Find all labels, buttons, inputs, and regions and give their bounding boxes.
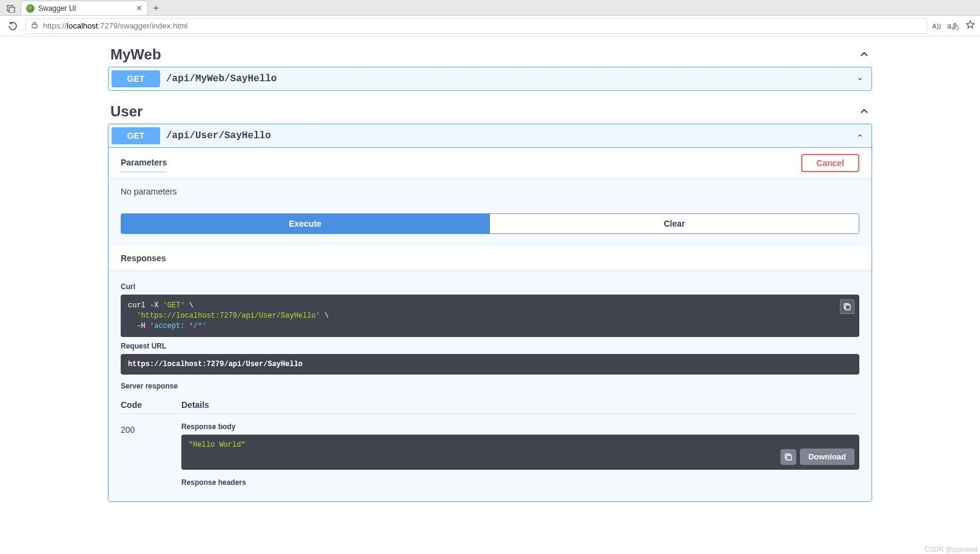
request-url-label: Request URL	[121, 342, 859, 350]
chevron-up-icon	[859, 106, 870, 117]
op-myweb-sayhello-summary[interactable]: GET /api/MyWeb/SayHello	[109, 67, 871, 90]
request-url-box: https://localhost:7279/api/User/SayHello	[121, 354, 859, 375]
op-user-sayhello-body: Parameters Cancel No parameters Execute …	[109, 147, 871, 501]
execute-button[interactable]: Execute	[121, 213, 489, 234]
favorite-icon[interactable]	[965, 20, 975, 32]
tag-user-header[interactable]: User	[108, 99, 872, 124]
window-controls-icon[interactable]	[4, 2, 18, 15]
execute-row: Execute Clear	[109, 213, 871, 246]
parameters-tab[interactable]: Parameters	[121, 154, 167, 173]
url-scheme: https://	[43, 21, 67, 30]
chevron-up-icon	[859, 49, 870, 60]
swagger-favicon	[26, 4, 35, 13]
new-tab-button[interactable]: ＋	[148, 1, 164, 15]
chevron-down-icon	[858, 73, 868, 84]
tag-user-title: User	[110, 103, 143, 120]
op-user-sayhello-summary[interactable]: GET /api/User/SayHello	[109, 124, 871, 147]
op-path: /api/MyWeb/SayHello	[160, 73, 283, 84]
status-code: 200	[121, 418, 157, 435]
tag-myweb-header[interactable]: MyWeb	[108, 42, 872, 67]
details-column-header: Details	[181, 400, 209, 410]
browser-tab-strip: Swagger UI ✕ ＋	[0, 0, 980, 16]
http-method-badge: GET	[112, 127, 160, 144]
response-body-label: Response body	[181, 422, 859, 431]
url-input[interactable]: https://localhost:7279/swagger/index.htm…	[25, 18, 927, 34]
tab-title: Swagger UI	[38, 4, 76, 13]
url-path: :7279/swagger/index.html	[98, 21, 187, 30]
download-button[interactable]: Download	[800, 449, 854, 465]
response-body-box: "Hello World" Download	[181, 435, 859, 470]
responses-header: Responses	[109, 246, 871, 270]
http-method-badge: GET	[112, 70, 160, 87]
lock-icon	[31, 21, 38, 30]
op-path: /api/User/SayHello	[160, 130, 277, 141]
copy-curl-button[interactable]	[840, 299, 854, 314]
translate-icon[interactable]: aあ	[947, 21, 959, 32]
svg-rect-2	[32, 24, 37, 28]
tag-myweb-title: MyWeb	[110, 46, 161, 63]
code-column-header: Code	[121, 400, 157, 410]
curl-label: Curl	[121, 282, 859, 291]
svg-rect-1	[9, 7, 15, 13]
parameters-header: Parameters Cancel	[109, 148, 871, 178]
no-parameters-text: No parameters	[121, 187, 859, 196]
refresh-button[interactable]	[5, 18, 21, 34]
address-bar: https://localhost:7279/swagger/index.htm…	[0, 16, 980, 36]
op-user-sayhello: GET /api/User/SayHello Parameters Cancel…	[108, 124, 872, 502]
url-host: localhost	[67, 21, 98, 30]
response-table-header: Code Details	[121, 394, 859, 413]
clear-button[interactable]: Clear	[489, 213, 859, 234]
response-body-text: "Hello World"	[189, 441, 246, 449]
chevron-up-icon	[858, 130, 868, 141]
browser-tab[interactable]: Swagger UI ✕	[21, 1, 148, 15]
response-row-200: 200 Response body "Hello World" Download	[121, 413, 859, 494]
responses-body: Curl curl -X 'GET' \ 'https://localhost:…	[109, 270, 871, 501]
response-headers-label: Response headers	[181, 478, 859, 487]
close-tab-icon[interactable]: ✕	[136, 4, 143, 13]
read-aloud-icon[interactable]: A))	[932, 22, 941, 30]
server-response-label: Server response	[121, 382, 859, 390]
op-myweb-sayhello: GET /api/MyWeb/SayHello	[108, 67, 872, 91]
curl-code-box: curl -X 'GET' \ 'https://localhost:7279/…	[121, 295, 859, 337]
cancel-button[interactable]: Cancel	[801, 154, 859, 172]
parameters-body: No parameters	[109, 178, 871, 213]
svg-rect-3	[845, 305, 850, 310]
svg-rect-4	[787, 455, 791, 460]
copy-response-button[interactable]	[780, 449, 796, 465]
